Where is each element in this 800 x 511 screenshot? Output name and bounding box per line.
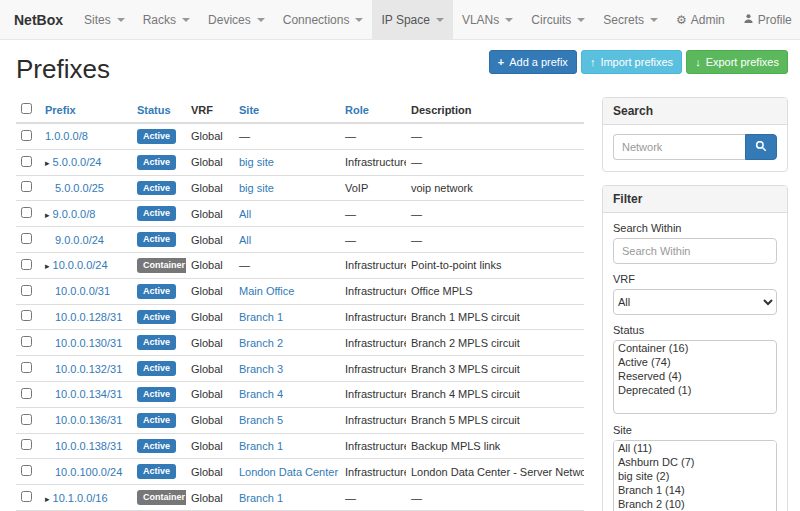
site-select[interactable]: All (11)Ashburn DC (7)big site (2)Branch…: [613, 440, 777, 511]
site-link[interactable]: Main Office: [239, 285, 294, 297]
site-cell: Branch 4: [234, 381, 340, 407]
prefix-link[interactable]: 10.0.0.0/31: [55, 285, 110, 297]
brand-logo[interactable]: NetBox: [8, 0, 75, 39]
table-row: 10.0.0.134/31ActiveGlobalBranch 4Infrast…: [16, 381, 584, 407]
row-checkbox[interactable]: [21, 439, 32, 450]
site-option[interactable]: big site (2): [614, 469, 776, 483]
search-input[interactable]: [613, 134, 745, 160]
site-cell: —: [234, 123, 340, 149]
site-link[interactable]: Branch 5: [239, 414, 283, 426]
site-option[interactable]: Branch 2 (10): [614, 497, 776, 511]
site-link[interactable]: All: [239, 208, 251, 220]
row-checkbox[interactable]: [21, 414, 32, 425]
site-link[interactable]: Branch 3: [239, 363, 283, 375]
prefix-link[interactable]: 9.0.0.0/8: [53, 208, 96, 220]
status-badge: Container: [137, 258, 186, 273]
vrf-select[interactable]: All: [613, 289, 777, 315]
row-checkbox[interactable]: [21, 465, 32, 476]
prefix-link[interactable]: 10.0.0.138/31: [55, 440, 122, 452]
nav-item-racks[interactable]: Racks: [134, 0, 199, 39]
prefix-link[interactable]: 5.0.0.0/24: [53, 156, 102, 168]
row-checkbox[interactable]: [21, 491, 32, 502]
prefix-link[interactable]: 5.0.0.0/25: [55, 182, 104, 194]
site-option[interactable]: Branch 1 (14): [614, 483, 776, 497]
prefix-link[interactable]: 9.0.0.0/24: [55, 234, 104, 246]
status-option[interactable]: Deprecated (1): [614, 383, 776, 397]
vrf-cell: Global: [186, 485, 234, 511]
nav-item-sites[interactable]: Sites: [75, 0, 134, 39]
row-checkbox[interactable]: [21, 259, 32, 270]
status-select[interactable]: Container (16)Active (74)Reserved (4)Dep…: [613, 340, 777, 414]
site-link[interactable]: All: [239, 234, 251, 246]
row-checkbox[interactable]: [21, 130, 32, 141]
prefix-link[interactable]: 10.0.0.128/31: [55, 311, 122, 323]
column-header-site[interactable]: Site: [239, 104, 259, 116]
vrf-cell: Global: [186, 149, 234, 175]
site-link[interactable]: big site: [239, 156, 274, 168]
nav-item-ip-space[interactable]: IP Space: [372, 0, 452, 39]
nav-item-vlans[interactable]: VLANs: [453, 0, 522, 39]
nav-item-label: IP Space: [381, 0, 429, 40]
site-link[interactable]: Branch 1: [239, 311, 283, 323]
prefix-link[interactable]: 10.0.0.0/24: [53, 259, 108, 271]
status-badge: Active: [137, 129, 176, 144]
description-cell: London Data Center - Server Network: [406, 459, 584, 485]
expand-arrow-icon: ▸: [45, 158, 50, 168]
row-checkbox[interactable]: [21, 310, 32, 321]
select-all-checkbox[interactable]: [21, 103, 32, 114]
page-actions: + Add a prefix ↑ Import prefixes ↓ Expor…: [489, 50, 788, 74]
site-option[interactable]: All (11): [614, 441, 776, 455]
add-prefix-button[interactable]: + Add a prefix: [489, 50, 577, 74]
row-checkbox[interactable]: [21, 388, 32, 399]
search-button[interactable]: [745, 134, 777, 160]
row-checkbox[interactable]: [21, 156, 32, 167]
profile-label: Profile: [758, 0, 792, 40]
column-header-role[interactable]: Role: [345, 104, 369, 116]
search-within-input[interactable]: [613, 238, 777, 264]
table-row: 10.0.0.136/31ActiveGlobalBranch 5Infrast…: [16, 407, 584, 433]
status-badge: Active: [137, 387, 176, 402]
prefix-link[interactable]: 10.0.0.134/31: [55, 388, 122, 400]
row-checkbox[interactable]: [21, 285, 32, 296]
role-cell: —: [340, 485, 406, 511]
column-header-prefix[interactable]: Prefix: [45, 104, 76, 116]
site-link[interactable]: Branch 4: [239, 388, 283, 400]
import-prefixes-button[interactable]: ↑ Import prefixes: [581, 50, 682, 74]
user-icon: [743, 13, 754, 26]
prefix-link[interactable]: 10.0.0.132/31: [55, 363, 122, 375]
site-link[interactable]: Branch 1: [239, 492, 283, 504]
page-title: Prefixes: [16, 54, 110, 85]
status-option[interactable]: Container (16): [614, 341, 776, 355]
nav-item-profile[interactable]: Profile: [734, 0, 800, 39]
status-badge: Active: [137, 310, 176, 325]
nav-item-devices[interactable]: Devices: [199, 0, 274, 39]
export-prefixes-button[interactable]: ↓ Export prefixes: [686, 50, 788, 74]
search-panel: Search: [602, 97, 788, 172]
site-link[interactable]: big site: [239, 182, 274, 194]
row-checkbox[interactable]: [21, 181, 32, 192]
site-cell: Branch 1: [234, 433, 340, 459]
prefix-link[interactable]: 1.0.0.0/8: [45, 130, 88, 142]
row-checkbox[interactable]: [21, 207, 32, 218]
nav-item-secrets[interactable]: Secrets: [594, 0, 667, 39]
prefix-link[interactable]: 10.0.0.130/31: [55, 337, 122, 349]
status-option[interactable]: Reserved (4): [614, 369, 776, 383]
expand-arrow-icon: ▸: [45, 261, 50, 271]
row-checkbox[interactable]: [21, 233, 32, 244]
nav-item-connections[interactable]: Connections: [274, 0, 373, 39]
status-option[interactable]: Active (74): [614, 355, 776, 369]
filter-panel: Filter Search Within VRF All Status Cont…: [602, 185, 788, 511]
site-option[interactable]: Ashburn DC (7): [614, 455, 776, 469]
prefix-link[interactable]: 10.0.0.136/31: [55, 414, 122, 426]
prefix-link[interactable]: 10.0.100.0/24: [55, 466, 122, 478]
prefix-link[interactable]: 10.1.0.0/16: [53, 492, 108, 504]
row-checkbox[interactable]: [21, 336, 32, 347]
site-link[interactable]: Branch 2: [239, 337, 283, 349]
nav-item-admin[interactable]: ⚙ Admin: [667, 0, 734, 39]
row-checkbox[interactable]: [21, 362, 32, 373]
search-panel-title: Search: [603, 98, 787, 125]
site-link[interactable]: Branch 1: [239, 440, 283, 452]
nav-item-circuits[interactable]: Circuits: [522, 0, 594, 39]
site-link[interactable]: London Data Center: [239, 466, 338, 478]
column-header-status[interactable]: Status: [137, 104, 171, 116]
